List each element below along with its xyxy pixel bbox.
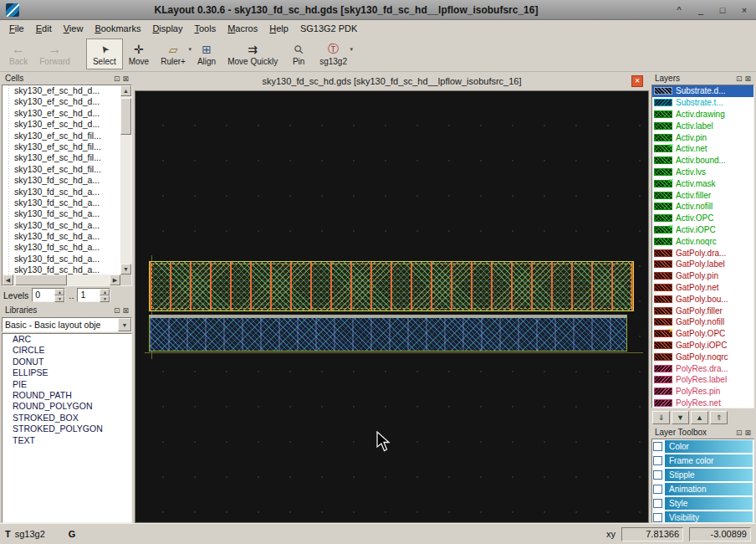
layer-item-activ-opc[interactable]: Activ.OPC (652, 213, 753, 224)
scroll-thumb[interactable] (120, 98, 131, 135)
library-item-text[interactable]: TEXT (3, 435, 131, 446)
layer-item-activ-iopc[interactable]: ×Activ.iOPC (652, 224, 753, 236)
layer-item-activ-pin[interactable]: Activ.pin (652, 131, 753, 143)
scroll-right-icon[interactable]: ▶ (110, 275, 120, 285)
cell-tree-item[interactable]: sky130_fd_sc_hd_a... (3, 198, 120, 208)
toolbox-section-header[interactable]: Animation (665, 483, 753, 495)
layer-item-polyres-label[interactable]: PolyRes.label (652, 374, 753, 386)
level-from-value[interactable]: 0 (33, 289, 54, 301)
layer-item-polyres-pin[interactable]: PolyRes.pin (652, 386, 753, 398)
layer-item-polyres-net[interactable]: PolyRes.net (652, 398, 753, 408)
spin-up-icon[interactable]: ▲ (100, 289, 110, 295)
level-to-spinner[interactable]: 1 ▲ ▼ (77, 288, 110, 302)
library-item-ellipse[interactable]: ELLIPSE (3, 367, 131, 378)
layer-item-activ-noqrc[interactable]: Activ.noqrc (652, 235, 753, 247)
toolbar-align-button[interactable]: ⊞Align (192, 38, 222, 69)
close-panel-icon[interactable]: ⊠ (744, 429, 751, 437)
scroll-down-icon[interactable]: ▼ (120, 264, 131, 275)
level-to-value[interactable]: 1 (78, 289, 100, 301)
toolbar-back-button[interactable]: ←Back (3, 38, 33, 69)
library-item-stroked-polygon[interactable]: STROKED_POLYGON (3, 423, 131, 434)
menu-file[interactable]: File (3, 22, 30, 35)
section-expand-checkbox[interactable] (653, 456, 662, 465)
toolbox-section-header[interactable]: Visibility (665, 511, 753, 523)
minimize-button[interactable]: _ (695, 5, 707, 15)
scroll-track[interactable] (13, 275, 110, 285)
menu-tools[interactable]: Tools (188, 22, 222, 35)
library-item-arc[interactable]: ARC (3, 334, 131, 345)
toolbar-forward-button[interactable]: →Forward (33, 38, 76, 69)
close-panel-icon[interactable]: ⊠ (122, 74, 129, 83)
layer-item-activ-bound[interactable]: Activ.bound... (652, 155, 753, 167)
cell-tree-item[interactable]: sky130_fd_sc_hd_a... (3, 220, 120, 231)
library-item-circle[interactable]: CIRCLE (3, 345, 131, 356)
layer-item-substrate-t[interactable]: Substrate.t... (652, 97, 753, 109)
menu-sg13g2-pdk[interactable]: SG13G2 PDK (294, 22, 363, 35)
menu-macros[interactable]: Macros (222, 22, 263, 35)
layer-item-gatpoly-label[interactable]: GatPoly.label (652, 259, 753, 270)
library-select[interactable]: Basic - Basic layout obje ▼ (2, 317, 132, 332)
menu-edit[interactable]: Edit (30, 22, 58, 35)
layer-item-activ-filler[interactable]: Activ.filler (652, 189, 753, 201)
toolbar-pin-button[interactable]: ⚲Pin (284, 38, 314, 69)
cell-tree-item[interactable]: sky130_fd_sc_hd_a... (3, 175, 120, 186)
spin-up-icon[interactable]: ▲ (54, 289, 64, 295)
layer-item-activ-net[interactable]: ×Activ.net (652, 143, 753, 155)
toolbar-select-button[interactable]: ➤Select (86, 38, 123, 69)
menu-help[interactable]: Help (263, 22, 294, 35)
cell-tree-item[interactable]: sky130_ef_sc_hd_fil... (3, 141, 120, 152)
cell-tree-item[interactable]: sky130_fd_sc_hd_a... (3, 208, 120, 219)
layer-item-activ-nofill[interactable]: Activ.nofill (652, 201, 753, 213)
layer-item-gatpoly-noqrc[interactable]: GatPoly.noqrc (652, 351, 753, 362)
hierarchy-down-icon[interactable]: ▼ (672, 411, 689, 424)
scroll-left-icon[interactable]: ◀ (3, 275, 13, 285)
cell-tree-item[interactable]: sky130_ef_sc_hd_fil... (3, 164, 120, 175)
library-item-donut[interactable]: DONUT (3, 357, 131, 367)
close-button[interactable]: × (738, 5, 750, 15)
float-panel-icon[interactable]: ⊡ (114, 306, 120, 315)
cell-tree-item[interactable]: sky130_fd_sc_hd_a... (3, 187, 120, 198)
toolbox-section-header[interactable]: Color (665, 440, 753, 453)
layer-item-gatpoly-pin[interactable]: GatPoly.pin (652, 270, 753, 282)
maximize-button[interactable]: □ (717, 5, 728, 15)
layer-item-polyres-dra[interactable]: PolyRes.dra... (652, 362, 753, 374)
cells-vertical-scrollbar[interactable]: ▲ ▼ (120, 85, 131, 275)
tab-close-icon[interactable]: ✕ (631, 75, 643, 87)
layer-item-activ-label[interactable]: Activ.label (652, 120, 753, 131)
menu-bookmarks[interactable]: Bookmarks (89, 22, 146, 35)
layer-item-activ-lvs[interactable]: Activ.lvs (652, 167, 753, 178)
float-panel-icon[interactable]: ⊡ (736, 429, 743, 437)
cell-tree-item[interactable]: sky130_fd_sc_hd_a... (3, 264, 120, 275)
spin-down-icon[interactable]: ▼ (100, 295, 110, 302)
cell-tree-item[interactable]: sky130_fd_sc_hd_a... (3, 254, 120, 264)
library-item-round-polygon[interactable]: ROUND_POLYGON (3, 401, 131, 412)
scroll-track[interactable] (120, 96, 131, 264)
float-panel-icon[interactable]: ⊡ (736, 74, 743, 83)
section-expand-checkbox[interactable] (653, 485, 662, 494)
toolbox-section-header[interactable]: Frame color (665, 454, 753, 467)
cell-tree-item[interactable]: sky130_fd_sc_hd_a... (3, 231, 120, 242)
layer-item-gatpoly-opc[interactable]: ×GatPoly.OPC (652, 328, 753, 340)
section-expand-checkbox[interactable] (653, 470, 662, 480)
section-expand-checkbox[interactable] (653, 442, 662, 451)
layout-well-strip[interactable] (149, 315, 627, 352)
hierarchy-up-icon[interactable]: ▲ (691, 411, 708, 424)
cell-tree-item[interactable]: sky130_fd_sc_hd_a... (3, 242, 120, 253)
layer-item-activ-drawing[interactable]: Activ.drawing (652, 109, 753, 121)
layer-item-activ-mask[interactable]: ×Activ.mask (652, 177, 753, 189)
cell-tree-item[interactable]: sky130_ef_sc_hd_fil... (3, 152, 120, 163)
toolbar-sg13g2-button[interactable]: Ⓣ▾sg13g2 (314, 38, 353, 69)
toolbar-move-button[interactable]: ✛Move (123, 38, 155, 69)
cell-tree-item[interactable]: sky130_ef_sc_hd_d... (3, 96, 120, 107)
scroll-up-icon[interactable]: ▲ (120, 85, 131, 96)
cell-tree-item[interactable]: sky130_ef_sc_hd_d... (3, 119, 120, 130)
level-from-spinner[interactable]: 0 ▲ ▼ (32, 288, 65, 302)
layout-canvas[interactable] (135, 90, 649, 523)
library-item-round-path[interactable]: ROUND_PATH (3, 390, 131, 401)
close-panel-icon[interactable]: ⊠ (122, 306, 129, 315)
dropdown-arrow-icon[interactable]: ▾ (350, 46, 353, 53)
layer-item-gatpoly-nofill[interactable]: GatPoly.nofill (652, 316, 753, 328)
layer-item-gatpoly-filler[interactable]: GatPoly.filler (652, 305, 753, 316)
library-item-pie[interactable]: PIE (3, 379, 131, 390)
cell-tree-item[interactable]: sky130_ef_sc_hd_d... (3, 85, 120, 96)
